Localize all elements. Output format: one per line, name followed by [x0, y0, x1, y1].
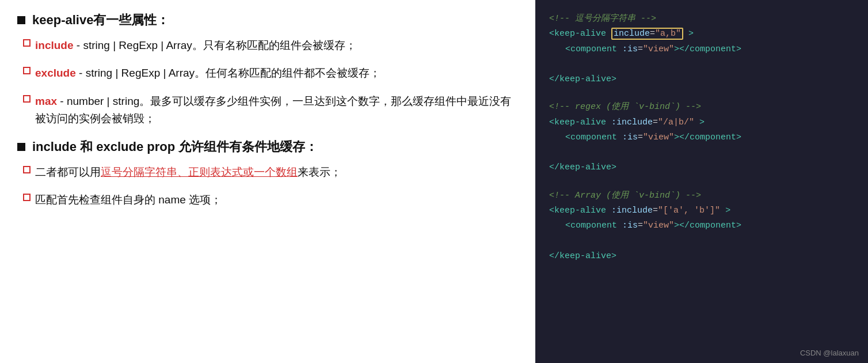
tag-close-2: > [699, 118, 705, 127]
bullet-item-include: include - string | RegExp | Array。只有名称匹配… [17, 37, 518, 54]
attr-include-2: :include [611, 118, 653, 127]
heading1-text: keep-alive有一些属性： [32, 12, 169, 29]
bullet-item-exclude: exclude - string | RegExp | Array。任何名称匹配… [17, 65, 518, 82]
code-line-2-1: <keep-alive :include="/a|b/" > [549, 118, 705, 127]
code-line-3-2: <component :is="view"></component> [549, 218, 854, 233]
code-section-1: <!-- 逗号分隔字符串 --> <keep-alive include="a,… [549, 12, 854, 87]
value-include-1: "a,b" [655, 29, 681, 39]
bullet-text-comma: 二者都可以用逗号分隔字符串、正则表达式或一个数组来表示； [35, 164, 341, 181]
section-title-2: include 和 exclude prop 允许组件有条件地缓存： [17, 138, 518, 156]
component-tag-2: <component [565, 133, 617, 142]
component-tag-1: <component [565, 44, 617, 54]
bullet-item-comma: 二者都可以用逗号分隔字符串、正则表达式或一个数组来表示； [17, 164, 518, 181]
val-is-1: "view" [643, 44, 674, 54]
attr-include-1: include [614, 29, 650, 39]
link-comma[interactable]: 逗号分隔字符串、正则表达式或一个数组 [101, 166, 298, 178]
section-title-1: keep-alive有一些属性： [17, 12, 518, 29]
code-line-1-2: <component :is="view"></component> [549, 42, 854, 57]
tag-open-1: <keep-alive [549, 29, 606, 39]
keyword-include: include [35, 39, 74, 51]
black-square-icon [17, 16, 25, 24]
value-include-3: "['a', 'b']" [658, 206, 720, 215]
tag-open-3: <keep-alive [549, 206, 606, 215]
red-square-icon-max [23, 95, 31, 103]
red-square-icon-name [23, 194, 31, 201]
keyword-max: max [35, 95, 57, 107]
bullet-text-name: 匹配首先检查组件自身的 name 选项； [35, 191, 222, 209]
include-text: - string | RegExp | Array。只有名称匹配的组件会被缓存； [77, 39, 356, 51]
code-line-2-2: <component :is="view"></component> [549, 130, 854, 145]
comment-1: <!-- 逗号分隔字符串 --> [549, 14, 656, 24]
red-square-icon-exclude [23, 67, 31, 74]
bullet-text-include: include - string | RegExp | Array。只有名称匹配… [35, 37, 356, 54]
comment-3: <!-- Array (使用 `v-bind`) --> [549, 191, 701, 201]
attr-is-1: :is [622, 44, 638, 54]
right-panel: <!-- 逗号分隔字符串 --> <keep-alive include="a,… [535, 0, 868, 363]
keyword-exclude: exclude [35, 67, 76, 79]
watermark: CSDN @lalaxuan [800, 349, 859, 357]
bullet-text-max: max - number | string。最多可以缓存多少组件实例，一旦达到这… [35, 93, 518, 128]
tag-open-2: <keep-alive [549, 118, 606, 127]
attr-is-2: :is [622, 133, 638, 142]
val-is-2: "view" [643, 133, 674, 142]
component-tag-3: <component [565, 221, 617, 230]
close-tag-2: </keep-alive> [549, 162, 616, 172]
code-line-1-1: <keep-alive include="a,b" > [549, 28, 694, 40]
close-tag-3: </keep-alive> [549, 251, 616, 261]
code-section-3: <!-- Array (使用 `v-bind`) --> <keep-alive… [549, 188, 854, 264]
tag-close-1: > [688, 29, 694, 39]
tag-close-3: > [725, 206, 730, 215]
exclude-text: - string | RegExp | Array。任何名称匹配的组件都不会被缓… [79, 67, 380, 79]
val-is-3: "view" [643, 221, 674, 230]
red-square-icon-comma [23, 166, 31, 173]
close-tag-1: </keep-alive> [549, 74, 616, 84]
comma-suffix: 来表示； [298, 166, 341, 178]
red-square-icon-include [23, 39, 31, 47]
include-highlight: include="a,b" [611, 28, 683, 40]
bullet-item-name: 匹配首先检查组件自身的 name 选项； [17, 191, 518, 209]
attr-is-3: :is [622, 221, 638, 230]
black-square-icon-2 [17, 143, 25, 151]
comma-prefix: 二者都可以用 [35, 166, 101, 178]
attr-include-3: :include [611, 206, 653, 215]
code-section-2: <!-- regex (使用 `v-bind`) --> <keep-alive… [549, 100, 854, 175]
value-include-2: "/a|b/" [658, 118, 694, 127]
max-text: - number | string。最多可以缓存多少组件实例，一旦达到这个数字，… [35, 95, 511, 124]
heading2-text: include 和 exclude prop 允许组件有条件地缓存： [32, 138, 318, 156]
code-line-3-1: <keep-alive :include="['a', 'b']" > [549, 206, 730, 215]
code-block: <!-- 逗号分隔字符串 --> <keep-alive include="a,… [549, 12, 854, 264]
bullet-item-max: max - number | string。最多可以缓存多少组件实例，一旦达到这… [17, 93, 518, 128]
comment-2: <!-- regex (使用 `v-bind`) --> [549, 102, 701, 112]
left-panel: keep-alive有一些属性： include - string | RegE… [0, 0, 535, 363]
bullet-text-exclude: exclude - string | RegExp | Array。任何名称匹配… [35, 65, 380, 82]
